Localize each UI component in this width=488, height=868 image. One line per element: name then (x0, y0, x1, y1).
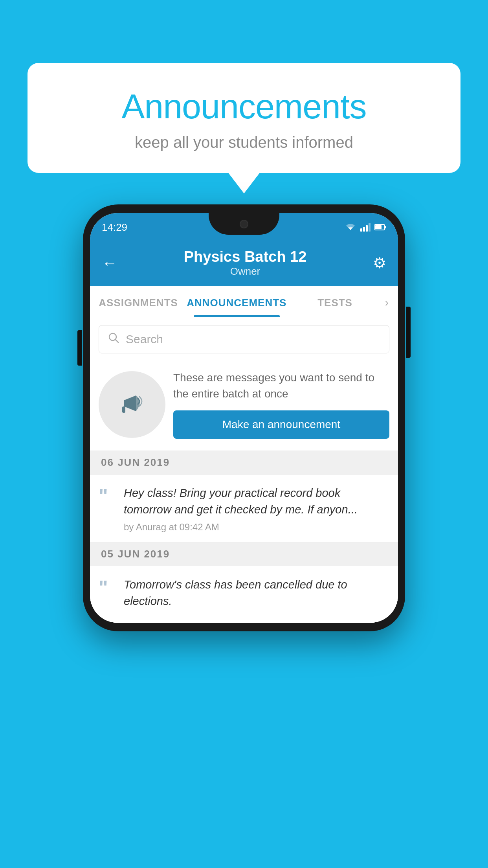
batch-title: Physics Batch 12 (184, 248, 307, 265)
tab-tests[interactable]: TESTS (290, 287, 379, 317)
svg-rect-2 (366, 225, 368, 232)
notch (209, 213, 279, 235)
date-divider-2: 05 JUN 2019 (90, 542, 398, 566)
svg-rect-9 (122, 406, 125, 413)
bubble-subtitle: keep all your students informed (51, 134, 437, 151)
camera (240, 220, 248, 228)
status-time: 14:29 (102, 221, 127, 234)
speech-bubble: Announcements keep all your students inf… (28, 63, 460, 173)
announcement-item-1[interactable]: " Hey class! Bring your practical record… (90, 474, 398, 542)
phone-outer: 14:29 (83, 204, 405, 631)
signal-icon (360, 223, 371, 232)
promo-content: These are messages you want to send to t… (173, 370, 389, 439)
svg-rect-6 (385, 226, 386, 228)
content-area: Search (90, 325, 398, 623)
wifi-icon (345, 223, 356, 232)
make-announcement-button[interactable]: Make an announcement (173, 410, 389, 439)
settings-icon[interactable]: ⚙ (373, 254, 386, 272)
quote-icon-2: " (99, 578, 117, 598)
status-icons (345, 223, 386, 232)
promo-icon-circle (99, 371, 165, 438)
battery-icon (374, 224, 386, 231)
tab-announcements[interactable]: ANNOUNCEMENTS (183, 287, 290, 317)
announcement-text-block-1: Hey class! Bring your practical record b… (124, 485, 389, 533)
phone-mockup: 14:29 (83, 204, 405, 631)
svg-line-8 (115, 339, 118, 342)
svg-rect-3 (369, 223, 371, 232)
svg-rect-1 (363, 227, 365, 232)
search-bar[interactable]: Search (99, 325, 389, 353)
phone-screen: 14:29 (90, 213, 398, 623)
speech-bubble-container: Announcements keep all your students inf… (28, 63, 460, 173)
date-divider-1: 06 JUN 2019 (90, 451, 398, 474)
batch-role: Owner (184, 265, 307, 278)
megaphone-icon (114, 384, 150, 425)
announcement-meta-1: by Anurag at 09:42 AM (124, 522, 389, 533)
bubble-title: Announcements (51, 86, 437, 127)
announcement-item-2[interactable]: " Tomorrow's class has been cancelled du… (90, 566, 398, 623)
search-icon (108, 332, 119, 347)
search-placeholder: Search (126, 333, 163, 346)
svg-rect-5 (375, 225, 382, 229)
announcement-text-2: Tomorrow's class has been cancelled due … (124, 576, 389, 609)
back-button[interactable]: ← (102, 254, 117, 272)
tabs-bar: ASSIGNMENTS ANNOUNCEMENTS TESTS › (90, 286, 398, 317)
announcement-text-1: Hey class! Bring your practical record b… (124, 485, 389, 518)
announcement-text-block-2: Tomorrow's class has been cancelled due … (124, 576, 389, 613)
promo-description: These are messages you want to send to t… (173, 370, 389, 402)
svg-rect-0 (360, 228, 362, 232)
header-title-block: Physics Batch 12 Owner (184, 248, 307, 278)
announcement-promo: These are messages you want to send to t… (90, 359, 398, 451)
tab-assignments[interactable]: ASSIGNMENTS (94, 287, 183, 317)
app-header: ← Physics Batch 12 Owner ⚙ (90, 241, 398, 286)
status-bar: 14:29 (90, 213, 398, 241)
quote-icon-1: " (99, 486, 117, 506)
tab-more[interactable]: › (380, 286, 394, 317)
